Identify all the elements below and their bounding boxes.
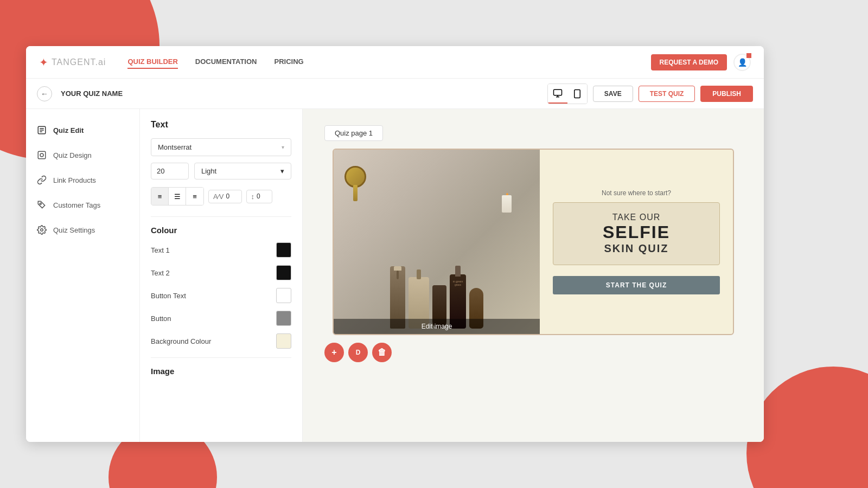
start-quiz-button[interactable]: START THE QUIZ — [553, 276, 720, 294]
sidebar-item-quiz-settings[interactable]: Quiz Settings — [26, 217, 139, 242]
svg-point-12 — [41, 229, 43, 232]
colour-row-button: Button — [151, 311, 291, 326]
nav-link-quiz-builder[interactable]: QUIZ BUILDER — [127, 55, 177, 69]
sidebar-item-link-products[interactable]: Link Products — [26, 168, 139, 192]
line-height-input[interactable] — [257, 192, 267, 200]
quiz-content-side: Not sure where to start? TAKE OUR SELFIE… — [540, 150, 733, 334]
tag-icon — [37, 200, 47, 210]
letter-spacing-input[interactable] — [226, 192, 237, 200]
monitor-icon — [553, 88, 563, 98]
sidebar: Quiz Edit Quiz Design Link Products Cust… — [26, 109, 140, 442]
button-text-colour-label: Button Text — [151, 292, 186, 300]
back-button[interactable]: ← — [37, 86, 52, 101]
nav-links: QUIZ BUILDER DOCUMENTATION PRICING — [127, 55, 650, 69]
svg-rect-0 — [553, 89, 561, 95]
duplicate-page-button[interactable]: D — [348, 343, 368, 362]
colour-row-button-text: Button Text — [151, 288, 291, 303]
colour-row-background: Background Colour — [151, 333, 291, 349]
line-height-icon: ↕ — [251, 192, 255, 201]
smartphone-icon — [572, 89, 582, 99]
quiz-page-label[interactable]: Quiz page 1 — [324, 125, 383, 141]
align-center-button[interactable]: ☰ — [169, 188, 186, 205]
text2-colour-swatch[interactable] — [276, 265, 291, 280]
candle-decoration — [502, 193, 513, 215]
button-colour-label: Button — [151, 314, 171, 323]
text-section-title: Text — [151, 120, 291, 130]
text2-colour-label: Text 2 — [151, 269, 170, 277]
sidebar-item-label: Quiz Settings — [53, 226, 95, 234]
toolbar-right: SAVE TEST QUIZ PUBLISH — [547, 84, 753, 104]
quiz-selfie-text: SELFIE — [561, 222, 712, 242]
settings-panel: Text Montserrat ▾ Light ▾ ≡ ☰ ≡ — [140, 109, 303, 442]
edit-image-bar[interactable]: Edit image — [334, 319, 540, 334]
second-bar: ← YOUR QUIZ NAME SAVE TEST QUIZ PUBLISH — [26, 79, 764, 109]
letter-spacing-icon: A∕V — [213, 192, 224, 201]
add-page-button[interactable]: + — [324, 343, 344, 362]
product-image: m.greengrass — [334, 150, 540, 334]
colour-row-text1: Text 1 — [151, 242, 291, 258]
svg-point-10 — [40, 153, 43, 157]
test-quiz-button[interactable]: TEST QUIZ — [639, 86, 695, 102]
nav-right: REQUEST A DEMO 👤 — [651, 54, 751, 71]
background-colour-label: Background Colour — [151, 337, 211, 345]
settings-icon — [37, 225, 47, 235]
delete-page-button[interactable]: 🗑 — [372, 343, 392, 362]
quiz-cta-box: TAKE OUR SELFIE SKIN QUIZ — [553, 202, 720, 265]
main-body: Quiz Edit Quiz Design Link Products Cust… — [26, 109, 764, 442]
text-align-buttons: ≡ ☰ ≡ — [151, 187, 204, 206]
save-button[interactable]: SAVE — [593, 86, 633, 102]
sidebar-item-label: Customer Tags — [53, 201, 100, 209]
top-nav: ✦ TANGENT.ai QUIZ BUILDER DOCUMENTATION … — [26, 46, 764, 79]
quiz-name: YOUR QUIZ NAME — [61, 89, 539, 98]
font-family-value: Montserrat — [158, 143, 192, 151]
weight-dropdown-arrow-icon: ▾ — [280, 167, 284, 175]
font-weight-value: Light — [201, 167, 216, 175]
font-family-selector[interactable]: Montserrat ▾ — [151, 138, 291, 156]
line-height-group: ↕ — [246, 190, 273, 203]
quiz-skin-quiz-text: SKIN QUIZ — [561, 242, 712, 255]
colour-row-text2: Text 2 — [151, 265, 291, 280]
logo-icon: ✦ — [39, 56, 48, 69]
font-size-input[interactable] — [151, 163, 189, 179]
publish-button[interactable]: PUBLISH — [700, 86, 753, 102]
avatar[interactable]: 👤 — [733, 54, 751, 71]
image-section-title: Image — [151, 367, 291, 376]
quiz-not-sure-text: Not sure where to start? — [553, 189, 720, 197]
background-colour-swatch[interactable] — [276, 333, 291, 349]
logo-text: TANGENT.ai — [52, 57, 106, 67]
request-demo-button[interactable]: REQUEST A DEMO — [651, 54, 727, 70]
sidebar-item-quiz-design[interactable]: Quiz Design — [26, 143, 139, 168]
sidebar-item-label: Quiz Edit — [53, 126, 84, 134]
align-right-button[interactable]: ≡ — [186, 188, 203, 205]
nav-link-pricing[interactable]: PRICING — [274, 55, 303, 69]
edit-icon — [37, 125, 47, 135]
notification-dot — [746, 53, 751, 58]
faucet-decoration — [344, 166, 382, 198]
align-spacing-row: ≡ ☰ ≡ A∕V ↕ — [151, 187, 291, 206]
sidebar-item-label: Link Products — [53, 176, 96, 184]
text1-colour-swatch[interactable] — [276, 242, 291, 258]
svg-point-11 — [40, 203, 41, 204]
size-weight-row: Light ▾ — [151, 163, 291, 179]
align-left-button[interactable]: ≡ — [151, 188, 169, 205]
button-colour-swatch[interactable] — [276, 311, 291, 326]
quiz-image-side: m.greengrass Edit image — [334, 150, 540, 334]
nav-link-documentation[interactable]: DOCUMENTATION — [195, 55, 257, 69]
button-text-colour-swatch[interactable] — [276, 288, 291, 303]
bg-decoration-bottom-right — [746, 367, 868, 488]
quiz-take-our-text: TAKE OUR — [561, 213, 712, 222]
design-icon — [37, 150, 47, 160]
font-weight-selector[interactable]: Light ▾ — [194, 163, 291, 179]
colour-section-title: Colour — [151, 226, 291, 235]
sidebar-item-quiz-edit[interactable]: Quiz Edit — [26, 118, 139, 143]
mobile-view-button[interactable] — [567, 84, 587, 104]
quiz-preview-card: m.greengrass Edit image Not s — [333, 149, 734, 335]
link-icon — [37, 175, 47, 185]
sidebar-item-customer-tags[interactable]: Customer Tags — [26, 192, 139, 217]
letter-spacing-group: A∕V — [208, 190, 242, 203]
desktop-view-button[interactable] — [548, 84, 567, 104]
divider-1 — [151, 216, 291, 217]
svg-rect-9 — [38, 151, 46, 159]
divider-2 — [151, 357, 291, 358]
text1-colour-label: Text 1 — [151, 246, 170, 254]
